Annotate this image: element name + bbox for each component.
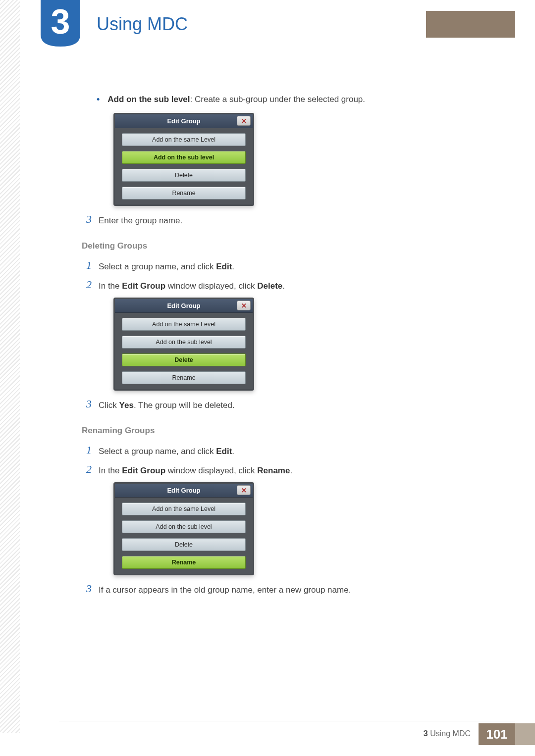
- dialog-close-button[interactable]: ✕: [237, 485, 251, 495]
- step-text: Enter the group name.: [99, 213, 182, 227]
- step-text-post: . The group will be deleted.: [134, 401, 235, 410]
- bullet-description: : Create a sub-group under the selected …: [190, 95, 365, 104]
- deleting-step-3: 3 Click Yes. The group will be deleted.: [82, 398, 478, 412]
- dialog-btn-delete[interactable]: Delete: [122, 538, 246, 551]
- bullet-add-sub-level: • Add on the sub level: Create a sub-gro…: [97, 94, 478, 105]
- dialog-title: Edit Group: [167, 487, 200, 494]
- step-text-pre: Click: [99, 401, 119, 410]
- dialog-btn-sub-level[interactable]: Add on the sub level: [122, 151, 246, 164]
- step-text-pre: Select a group name, and click: [99, 262, 216, 271]
- step-number: 2: [82, 463, 92, 476]
- dialog-btn-same-level[interactable]: Add on the same Level: [122, 133, 246, 146]
- footer-section-number: 3: [424, 729, 428, 738]
- renaming-step-2: 2 In the Edit Group window displayed, cl…: [82, 463, 478, 477]
- step-text-pre: In the: [99, 281, 122, 291]
- dialog-btn-sub-level[interactable]: Add on the sub level: [122, 336, 246, 349]
- dialog-btn-delete[interactable]: Delete: [122, 169, 246, 182]
- close-icon: ✕: [241, 302, 247, 309]
- dialog-btn-delete[interactable]: Delete: [122, 353, 246, 366]
- step-text-pre: In the: [99, 466, 122, 475]
- step-text-mid: window displayed, click: [165, 281, 257, 291]
- bullet-label: Add on the sub level: [107, 95, 190, 104]
- dialog-titlebar: Edit Group ✕: [115, 484, 253, 498]
- step-number: 1: [82, 259, 92, 272]
- footer-right-stub: [515, 723, 535, 745]
- renaming-step-3: 3 If a cursor appears in the old group n…: [82, 582, 478, 597]
- step-text-bold: Yes: [119, 401, 134, 410]
- step-number: 1: [82, 444, 92, 456]
- dialog-btn-rename[interactable]: Rename: [122, 371, 246, 384]
- dialog-titlebar: Edit Group ✕: [115, 299, 253, 313]
- step-text-bold: Edit Group: [122, 466, 165, 475]
- step-text-bold: Edit: [216, 262, 232, 271]
- dialog-btn-same-level[interactable]: Add on the same Level: [122, 503, 246, 515]
- step-text-post: .: [282, 281, 285, 291]
- dialog-btn-rename[interactable]: Rename: [122, 556, 246, 569]
- close-icon: ✕: [241, 117, 247, 125]
- dialog-titlebar: Edit Group ✕: [115, 114, 253, 128]
- subheading-deleting-groups: Deleting Groups: [82, 241, 478, 251]
- step-text-bold2: Rename: [257, 466, 290, 475]
- edit-group-dialog-delete: Edit Group ✕ Add on the same Level Add o…: [113, 298, 254, 391]
- chapter-number: 3: [41, 2, 80, 42]
- step-text-bold2: Delete: [257, 281, 282, 291]
- header-bar-white: [20, 11, 426, 38]
- dialog-title: Edit Group: [167, 117, 200, 125]
- renaming-step-1: 1 Select a group name, and click Edit.: [82, 444, 478, 458]
- footer-section-label: 3 Using MDC: [424, 729, 471, 738]
- page-title: Using MDC: [97, 14, 188, 35]
- step-text-post: .: [232, 447, 234, 456]
- step-text-post: .: [232, 262, 234, 271]
- dialog-close-button[interactable]: ✕: [237, 116, 251, 126]
- dialog-btn-same-level[interactable]: Add on the same Level: [122, 318, 246, 331]
- subheading-renaming-groups: Renaming Groups: [82, 426, 478, 436]
- footer-rule: [59, 721, 515, 721]
- step-number: 3: [82, 213, 92, 226]
- step-text: If a cursor appears in the old group nam…: [99, 582, 351, 597]
- left-gutter: [0, 0, 20, 733]
- step-text-mid: window displayed, click: [165, 466, 257, 475]
- step-text-bold: Edit: [216, 447, 232, 456]
- edit-group-dialog-rename: Edit Group ✕ Add on the same Level Add o…: [113, 482, 254, 575]
- step-number: 3: [82, 398, 92, 410]
- edit-group-dialog-sub: Edit Group ✕ Add on the same Level Add o…: [113, 113, 254, 206]
- step-number: 3: [82, 582, 92, 595]
- close-icon: ✕: [241, 487, 247, 494]
- step-text-pre: Select a group name, and click: [99, 447, 216, 456]
- step-number: 2: [82, 278, 92, 291]
- deleting-step-1: 1 Select a group name, and click Edit.: [82, 259, 478, 273]
- page-number: 101: [486, 727, 507, 742]
- step-enter-group-name: 3 Enter the group name.: [82, 213, 478, 227]
- page-number-box: 101: [479, 723, 515, 745]
- step-text-post: .: [290, 466, 292, 475]
- dialog-close-button[interactable]: ✕: [237, 301, 251, 310]
- dialog-title: Edit Group: [167, 302, 200, 309]
- dialog-btn-rename[interactable]: Rename: [122, 187, 246, 200]
- footer-section-text: Using MDC: [430, 729, 471, 738]
- deleting-step-2: 2 In the Edit Group window displayed, cl…: [82, 278, 478, 293]
- bullet-icon: •: [97, 94, 100, 105]
- step-text-bold: Edit Group: [122, 281, 165, 291]
- dialog-btn-sub-level[interactable]: Add on the sub level: [122, 520, 246, 533]
